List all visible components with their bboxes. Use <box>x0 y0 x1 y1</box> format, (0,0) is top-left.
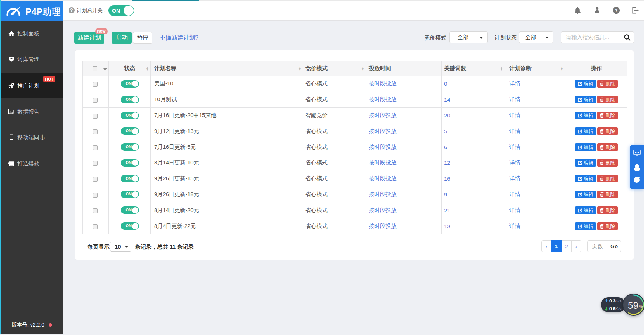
svg-text:?: ? <box>615 8 617 13</box>
